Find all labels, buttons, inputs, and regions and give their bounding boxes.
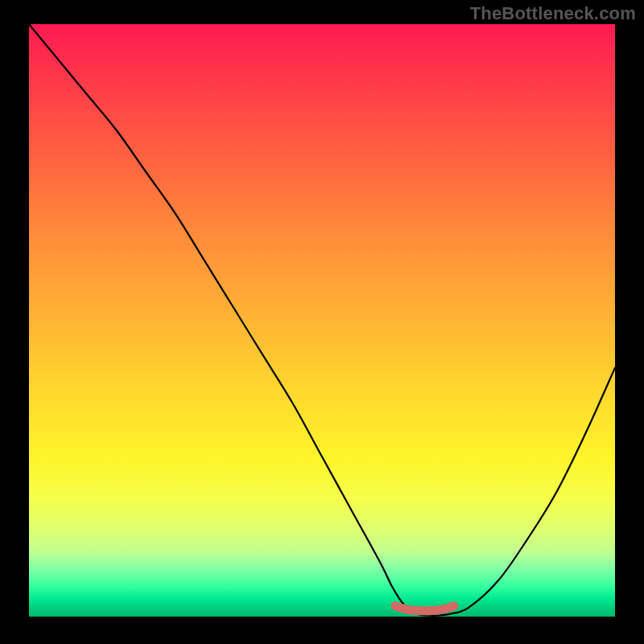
plot-area [29,24,615,617]
watermark-text: TheBottleneck.com [470,3,636,24]
gradient-background [29,24,615,617]
chart-frame: TheBottleneck.com [0,0,644,644]
